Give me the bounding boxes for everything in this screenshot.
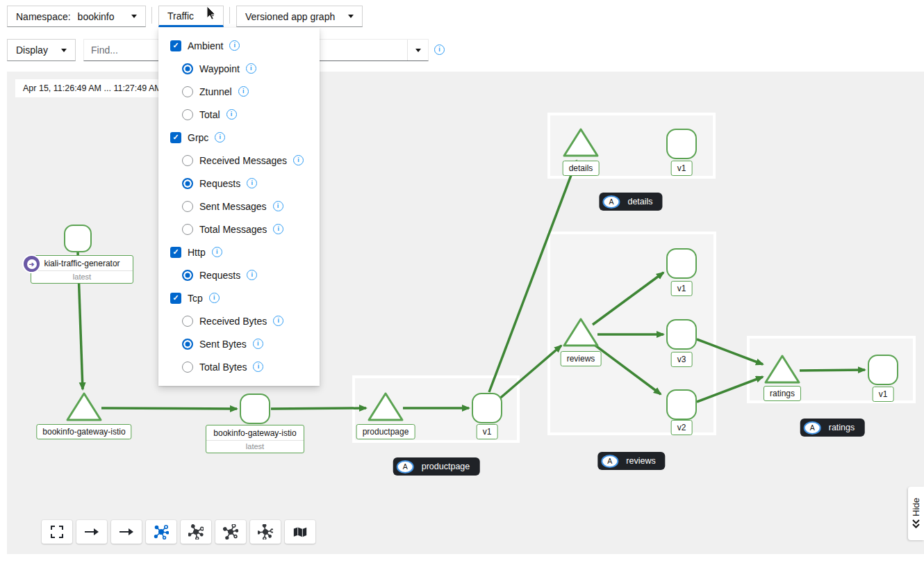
node-label-reviews-v2[interactable]: v2 [671,420,693,435]
edge[interactable] [271,408,366,409]
radio-waypoint[interactable] [182,63,193,74]
traffic-suboption-waypoint[interactable]: Waypointi [158,57,320,80]
edge[interactable] [697,339,763,364]
node-ratings-service-triangle[interactable] [766,356,799,382]
node-productpage-service-triangle[interactable] [369,393,402,420]
node-label-gateway-service[interactable]: bookinfo-gateway-istio latest [206,425,304,453]
toolbar-edge-arrow-1-button[interactable] [76,520,107,544]
edge[interactable] [101,408,237,409]
edge[interactable] [800,370,865,371]
traffic-suboption-requests[interactable]: Requestsi [158,263,320,286]
traffic-suboption-sent-messages[interactable]: Sent Messagesi [158,195,320,218]
radio-total[interactable] [182,109,193,120]
node-details-v1[interactable] [667,129,696,159]
info-icon[interactable]: i [226,109,237,120]
expand-icon [51,526,63,538]
node-label-details-v1[interactable]: v1 [671,161,693,176]
traffic-suboption-received-messages[interactable]: Received Messagesi [158,149,320,172]
node-label-gateway-workload[interactable]: bookinfo-gateway-istio [36,424,131,439]
node-label-reviews[interactable]: reviews [561,351,602,366]
network-graph-icon [223,524,238,539]
traffic-option-ambient[interactable]: ✓Ambienti [158,34,320,57]
node-gateway-workload-triangle[interactable] [67,393,101,420]
node-reviews-v3[interactable] [667,320,696,349]
toolbar-minimap-button[interactable] [285,520,315,544]
node-reviews-v2[interactable] [667,390,696,419]
info-icon[interactable]: i [212,247,222,257]
info-icon[interactable]: i [247,178,257,188]
info-icon[interactable]: i [247,270,257,280]
radio-sent-messages[interactable] [182,201,193,212]
traffic-option-http[interactable]: ✓Httpi [158,241,320,263]
traffic-suboption-total[interactable]: Totali [158,103,320,126]
node-reviews-service-triangle[interactable] [564,319,597,346]
radio-received-bytes[interactable] [182,316,193,327]
toolbar-layout-alt-1-button[interactable] [181,520,211,544]
info-icon[interactable]: i [253,362,263,372]
checkbox-grpc[interactable]: ✓ [170,132,181,143]
app-badge-reviews[interactable]: A reviews [597,452,665,470]
node-label-traffic-generator[interactable]: ➔ kiali-traffic-generator latest [31,255,133,284]
node-label-details[interactable]: details [563,161,600,176]
traffic-suboption-label: Total Bytes [199,362,247,373]
traffic-option-grpc[interactable]: ✓Grpci [158,126,320,149]
edge[interactable] [697,377,763,402]
traffic-suboption-total-bytes[interactable]: Total Bytesi [158,355,320,378]
traffic-suboption-received-bytes[interactable]: Received Bytesi [158,309,320,332]
app-badge-productpage[interactable]: A productpage [393,457,480,476]
traffic-suboption-ztunnel[interactable]: Ztunneli [158,80,320,103]
toolbar-layout-alt-2-button[interactable] [215,520,246,544]
radio-requests[interactable] [182,270,193,281]
edge[interactable] [497,346,561,400]
info-icon[interactable]: i [238,86,249,97]
checkbox-http[interactable]: ✓ [170,247,181,258]
traffic-suboption-requests[interactable]: Requestsi [158,172,320,195]
node-label-reviews-v1[interactable]: v1 [671,281,693,296]
radio-received-messages[interactable] [182,155,193,166]
hide-panel-label: Hide [911,498,921,517]
traffic-suboption-total-messages[interactable]: Total Messagesi [158,218,320,241]
node-label-productpage-v1[interactable]: v1 [477,424,498,439]
node-label-productpage[interactable]: productpage [356,424,415,439]
node-ratings-v1[interactable] [868,355,898,384]
node-traffic-generator[interactable] [65,225,91,252]
info-icon[interactable]: i [273,224,283,234]
toolbar-edge-arrow-2-button[interactable] [111,520,142,544]
app-badge-details[interactable]: A details [599,193,662,211]
info-icon[interactable]: i [253,339,263,349]
info-icon[interactable]: i [273,316,283,326]
radio-requests[interactable] [182,178,193,189]
checkbox-tcp[interactable]: ✓ [170,293,181,304]
node-label-ratings[interactable]: ratings [764,386,801,401]
toolbar-fit-view-button[interactable] [42,520,72,544]
info-icon[interactable]: i [229,40,240,51]
radio-total-bytes[interactable] [182,362,193,373]
node-label-ratings-v1[interactable]: v1 [873,387,894,402]
edge[interactable] [593,343,661,394]
checkbox-ambient[interactable]: ✓ [170,40,181,51]
edge[interactable] [593,273,663,325]
traffic-suboption-sent-bytes[interactable]: Sent Bytesi [158,332,320,355]
radio-total-messages[interactable] [182,224,193,235]
node-label-reviews-v3[interactable]: v3 [671,352,693,367]
app-badge-letter-icon: A [602,195,620,209]
toolbar-layout-default-button[interactable] [146,520,176,544]
node-productpage-v1[interactable] [472,393,502,423]
time-range-chip: Apr 15, 11:26:49 AM ... 11:27:49 AM [15,79,170,97]
info-icon[interactable]: i [246,63,256,74]
app-badge-ratings[interactable]: A ratings [800,419,865,437]
node-gateway-service[interactable] [240,394,270,423]
toolbar-layout-alt-3-button[interactable] [250,520,281,544]
arrow-right-icon [119,528,134,536]
radio-sent-bytes[interactable] [182,339,193,350]
radio-ztunnel[interactable] [182,86,193,97]
node-details-service-triangle[interactable] [564,129,597,156]
arrow-right-icon [84,528,99,536]
info-icon[interactable]: i [209,293,220,303]
info-icon[interactable]: i [293,155,304,165]
hide-panel-tab[interactable]: Hide [908,487,924,540]
info-icon[interactable]: i [215,132,225,143]
traffic-option-tcp[interactable]: ✓Tcpi [158,286,320,309]
info-icon[interactable]: i [273,201,283,211]
node-reviews-v1[interactable] [667,249,696,278]
